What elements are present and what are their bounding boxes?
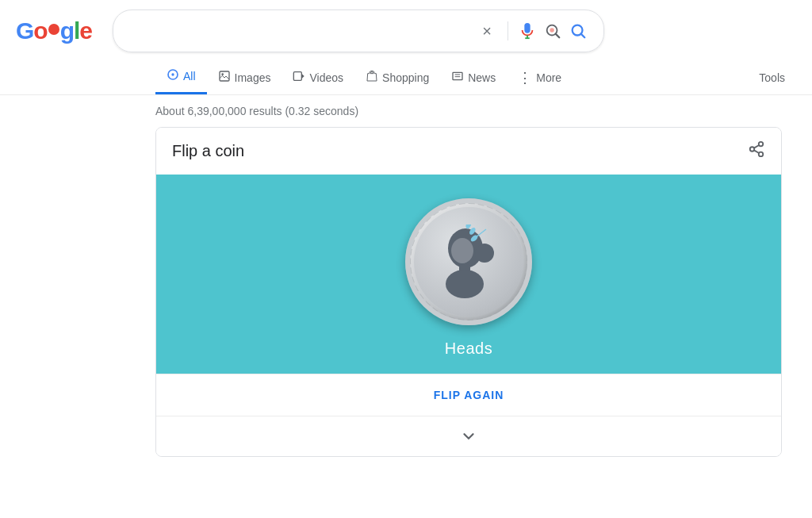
flip-again-label: FLIP AGAIN — [434, 389, 504, 401]
tab-all-label: All — [183, 70, 196, 82]
tab-shopping-label: Shopping — [382, 71, 429, 84]
tab-more[interactable]: ⋮ More — [507, 61, 573, 94]
results-info: About 6,39,00,000 results (0.32 seconds) — [0, 95, 812, 127]
search-bar-wrapper: Flip a coin × — [113, 10, 604, 52]
header: Gogle Flip a coin × — [0, 0, 812, 52]
more-dots-icon: ⋮ — [518, 69, 532, 86]
coin-area[interactable]: Heads — [156, 175, 781, 374]
tab-news-label: News — [468, 71, 496, 84]
svg-point-10 — [221, 73, 224, 75]
coin-inner — [414, 207, 523, 317]
tab-shopping[interactable]: Shopping — [354, 62, 440, 94]
logo-letter-g: G — [16, 17, 33, 44]
svg-marker-12 — [302, 73, 304, 79]
svg-line-4 — [556, 34, 560, 38]
flip-coin-card: Flip a coin — [155, 127, 782, 457]
divider — [508, 21, 508, 40]
search-bar: Flip a coin × — [113, 10, 604, 52]
images-icon — [218, 70, 231, 86]
search-button[interactable] — [565, 18, 591, 44]
card-title: Flip a coin — [172, 142, 244, 160]
svg-point-8 — [171, 73, 174, 75]
nav-tabs: All Images Videos Shopping News ⋮ More T… — [0, 52, 812, 95]
svg-line-6 — [581, 34, 584, 37]
coin-face-svg — [435, 224, 503, 300]
coin-result-label: Heads — [445, 340, 492, 358]
svg-point-24 — [446, 270, 484, 298]
svg-point-3 — [550, 28, 554, 33]
clear-icon[interactable]: × — [482, 23, 492, 39]
lens-icon[interactable] — [540, 18, 565, 44]
svg-rect-9 — [220, 71, 229, 81]
logo-letter-l: l — [74, 17, 79, 44]
card-header: Flip a coin — [156, 128, 781, 175]
svg-point-16 — [759, 142, 764, 147]
all-icon — [167, 68, 179, 84]
results-count: About 6,39,00,000 results (0.32 seconds) — [155, 105, 358, 117]
google-logo[interactable]: Gogle — [16, 17, 92, 44]
expand-more-button[interactable] — [156, 416, 781, 456]
svg-point-22 — [475, 244, 494, 263]
logo-letter-g2: g — [60, 17, 74, 44]
flip-again-button[interactable]: FLIP AGAIN — [156, 374, 781, 416]
svg-point-25 — [451, 238, 473, 263]
tab-news[interactable]: News — [440, 62, 507, 94]
svg-point-18 — [759, 152, 764, 157]
tools-button[interactable]: Tools — [748, 63, 796, 92]
logo-letter-o1: o — [33, 17, 47, 44]
svg-line-19 — [754, 150, 759, 153]
videos-icon — [293, 70, 305, 86]
coin[interactable] — [405, 198, 532, 325]
share-icon[interactable] — [748, 140, 765, 162]
logo-dot — [48, 24, 59, 35]
svg-point-17 — [750, 147, 755, 152]
tab-videos-label: Videos — [309, 71, 343, 84]
mic-icon[interactable] — [515, 18, 540, 44]
tab-more-label: More — [536, 71, 561, 84]
tab-all[interactable]: All — [155, 60, 207, 94]
svg-rect-11 — [294, 71, 302, 80]
search-input[interactable]: Flip a coin — [126, 24, 482, 38]
shopping-icon — [366, 70, 378, 86]
tab-images[interactable]: Images — [207, 62, 282, 94]
svg-line-20 — [754, 145, 759, 148]
svg-rect-13 — [453, 72, 462, 79]
tab-images-label: Images — [235, 71, 271, 84]
logo-letter-e: e — [79, 17, 92, 44]
tab-videos[interactable]: Videos — [282, 62, 354, 94]
news-icon — [451, 70, 464, 86]
